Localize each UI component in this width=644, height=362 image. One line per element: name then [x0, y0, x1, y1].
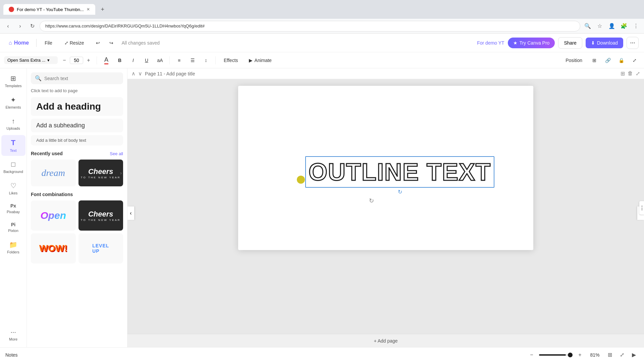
grid-icon[interactable]: ⊞	[621, 70, 625, 77]
zoom-in-button[interactable]: +	[575, 350, 585, 360]
font-size-input[interactable]	[70, 57, 83, 64]
add-body-button[interactable]: Add a little bit of body text	[31, 135, 123, 145]
see-all-button[interactable]: See all	[110, 151, 123, 156]
search-icon[interactable]: 🔍	[583, 21, 592, 31]
text-style-button[interactable]: aA	[155, 55, 165, 66]
new-tab-button[interactable]: +	[98, 5, 107, 14]
notes-button[interactable]: Notes	[5, 352, 18, 358]
search-input[interactable]	[44, 76, 119, 81]
topbar: ⌂ Home File ⤢ Resize ↩ ↪ All changes sav…	[0, 34, 644, 52]
style-copy-button[interactable]: ⊞	[589, 55, 600, 66]
animate-label: Animate	[255, 58, 272, 63]
zoom-out-button[interactable]: −	[527, 350, 536, 360]
recently-used-title: Recently used	[31, 151, 63, 156]
sidebar-item-uploads[interactable]: ↑ Uploads	[1, 114, 25, 134]
text-icon: T	[11, 138, 15, 147]
click-hint: Click text to add to page	[31, 88, 123, 93]
menu-icon[interactable]: ⋮	[631, 21, 641, 31]
underline-button[interactable]: U	[141, 55, 152, 66]
separator-1	[97, 56, 97, 64]
page-title-input[interactable]	[145, 71, 204, 76]
add-subheading-button[interactable]: Add a subheading	[31, 119, 123, 132]
back-button[interactable]: ‹	[3, 21, 13, 31]
pixabay-icon: Px	[10, 203, 16, 208]
line-spacing-button[interactable]: ↕	[201, 55, 211, 66]
effects-button[interactable]: Effects	[220, 56, 242, 65]
lock-button[interactable]: 🔒	[616, 55, 627, 66]
rotate-handle[interactable]: ↻	[398, 189, 402, 195]
list-button[interactable]: ☰	[187, 55, 198, 66]
recently-item-cheers[interactable]: Cheers TO THE NEW YEAR ›	[78, 160, 123, 186]
font-combo-wow[interactable]: WOW!	[31, 233, 76, 263]
refresh-icon[interactable]: ↻	[369, 197, 374, 204]
align-left-button[interactable]: ≡	[174, 55, 184, 66]
position-button[interactable]: Position	[561, 56, 586, 65]
sidebar-item-pixton[interactable]: Pi Pixton	[1, 219, 25, 236]
font-combo-cheers2[interactable]: Cheers TO THE NEW YEAR	[78, 200, 123, 231]
resize-button[interactable]: ⤢ Resize	[60, 38, 88, 48]
animate-button[interactable]: ▶ Animate	[245, 56, 276, 65]
add-heading-button[interactable]: Add a heading	[31, 97, 123, 116]
download-button[interactable]: ⬇ Download	[586, 38, 623, 48]
sidebar-item-templates[interactable]: ⊞ Templates	[1, 71, 25, 91]
bookmark-icon[interactable]: ☆	[595, 21, 604, 31]
font-name-label: Open Sans Extra ...	[7, 58, 45, 63]
chevron-up-icon[interactable]: ∧	[131, 70, 136, 77]
tab-close-icon[interactable]: ✕	[87, 7, 90, 12]
sidebar-item-folders[interactable]: 📁 Folders	[1, 237, 25, 257]
increase-font-size-button[interactable]: +	[85, 56, 93, 64]
present-button[interactable]: ▶	[629, 350, 639, 360]
extension-icon[interactable]: 🧩	[619, 21, 629, 31]
font-combo-open[interactable]: Open	[31, 200, 76, 231]
saved-text: All changes saved	[121, 40, 473, 46]
cursor-highlight	[297, 176, 305, 184]
more-label: More	[9, 337, 17, 341]
trash-icon[interactable]: 🗑	[628, 70, 633, 77]
expand-icon[interactable]: ⤢	[636, 70, 640, 77]
sidebar-item-pixabay[interactable]: Px Pixabay	[1, 200, 25, 217]
fullscreen-button[interactable]: ⤢	[617, 350, 627, 360]
profile-icon[interactable]: 👤	[607, 21, 616, 31]
outline-text[interactable]: OUTLINE TEXT	[309, 158, 491, 186]
resize-label: Resize	[70, 40, 84, 46]
zoom-slider[interactable]	[539, 354, 573, 356]
outline-text-container[interactable]: OUTLINE TEXT ↻	[305, 156, 494, 188]
try-pro-button[interactable]: ★ Try Canva Pro	[508, 38, 555, 48]
url-text: https://www.canva.com/design/DAEirIRKRGU…	[45, 23, 205, 28]
share-label: Share	[564, 40, 576, 46]
more-options-button[interactable]: ···	[627, 37, 639, 49]
scroll-left-button[interactable]: ‹	[127, 206, 134, 220]
pixton-icon: Pi	[11, 222, 15, 227]
home-icon: ⌂	[9, 40, 12, 46]
sidebar-item-text[interactable]: T Text	[1, 135, 25, 156]
expand-button[interactable]: ⤢	[629, 55, 640, 66]
decrease-font-size-button[interactable]: −	[60, 56, 68, 64]
text-color-button[interactable]: A	[101, 55, 112, 66]
effects-label: Effects	[224, 58, 238, 63]
redo-button[interactable]: ↪	[105, 38, 117, 48]
recently-item-dream[interactable]: dream	[31, 160, 76, 186]
home-button[interactable]: ⌂ Home	[5, 38, 32, 48]
panel-handle[interactable]: ⋮	[639, 201, 644, 215]
chevron-down-icon[interactable]: ∨	[138, 70, 142, 77]
link-button[interactable]: 🔗	[602, 55, 613, 66]
share-button[interactable]: Share	[558, 37, 582, 49]
grid-view-button[interactable]: ⊞	[605, 350, 614, 360]
address-bar[interactable]: https://www.canva.com/design/DAEirIRKRGU…	[40, 21, 580, 32]
sidebar-item-background[interactable]: □ Background	[1, 157, 25, 177]
add-page-button[interactable]: + Add page	[127, 334, 644, 347]
undo-button[interactable]: ↩	[92, 38, 104, 48]
sidebar-item-elements[interactable]: ✦ Elements	[1, 93, 25, 113]
file-button[interactable]: File	[41, 38, 56, 48]
forward-button[interactable]: ›	[15, 21, 25, 31]
sidebar-item-more[interactable]: ··· More	[1, 325, 25, 345]
elements-icon: ✦	[10, 96, 16, 104]
zoom-slider-thumb[interactable]	[568, 353, 573, 357]
refresh-button[interactable]: ↻	[28, 21, 37, 31]
font-combo-levelup[interactable]: LEVELUP	[78, 233, 123, 263]
italic-button[interactable]: I	[128, 55, 139, 66]
bold-button[interactable]: B	[114, 55, 125, 66]
sidebar-item-likes[interactable]: ♡ Likes	[1, 178, 25, 198]
browser-tab[interactable]: For demo YT - YouTube Thumbn... ✕	[3, 4, 95, 15]
font-selector[interactable]: Open Sans Extra ... ▾	[4, 56, 58, 64]
